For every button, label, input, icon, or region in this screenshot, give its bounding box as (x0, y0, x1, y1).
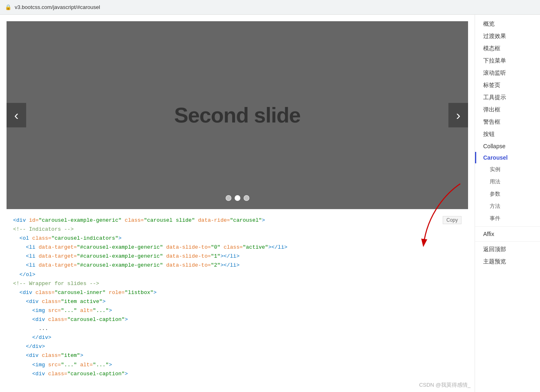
sidebar-divider-2 (475, 241, 540, 242)
sidebar-item-theme[interactable]: 主题预览 (475, 256, 540, 268)
csdn-watermark: CSDN @我莫得感情_ (419, 381, 471, 389)
carousel-wrapper: ‹ Second slide › (7, 21, 468, 209)
address-bar: 🔒 v3.bootcss.com/javascript/#carousel (0, 0, 540, 15)
carousel-slide-text: Second slide (174, 103, 300, 127)
sidebar-item-transition[interactable]: 过渡效果 (475, 30, 540, 42)
sidebar-item-dropdown[interactable]: 下拉菜单 (475, 55, 540, 67)
right-sidebar: 概览 过渡效果 模态框 下拉菜单 滚动监听 标签页 工具提示 弹出框 警告框 按… (475, 15, 540, 392)
sidebar-item-overview[interactable]: 概览 (475, 18, 540, 30)
sidebar-item-affix[interactable]: Affix (475, 228, 540, 240)
code-line-2: <!-- Indicators --> (13, 225, 462, 234)
code-line-19: <div class="carousel-caption"> (13, 370, 462, 379)
sidebar-item-carousel-events[interactable]: 事件 (475, 212, 540, 225)
code-lines: <div id="carousel-example-generic" class… (13, 216, 462, 379)
sidebar-item-carousel[interactable]: Carousel (475, 152, 540, 163)
code-line-7: </ol> (13, 270, 462, 279)
code-line-11: <div class="item active"> (13, 297, 462, 306)
carousel-next-button[interactable]: › (448, 103, 468, 127)
code-line-3: <ol class="carousel-indicators"> (13, 234, 462, 243)
main-content: ‹ Second slide › Copy <div id="carousel-… (0, 15, 475, 392)
code-line-1: <div id="carousel-example-generic" class… (13, 216, 462, 225)
code-line-16: </div> (13, 342, 462, 351)
sidebar-item-carousel-usage[interactable]: 用法 (475, 176, 540, 188)
sidebar-item-carousel-example[interactable]: 实例 (475, 163, 540, 176)
code-line-9: <!-- Wrapper for slides --> (13, 279, 462, 288)
code-line-4: <li data-target="#carousel-example-gener… (13, 243, 462, 252)
url-text: v3.bootcss.com/javascript/#carousel (15, 4, 100, 10)
code-block: Copy <div id="carousel-example-generic" … (7, 209, 468, 385)
sidebar-item-back-top[interactable]: 返回顶部 (475, 243, 540, 256)
carousel-dot-0[interactable] (226, 195, 231, 201)
sidebar-item-collapse[interactable]: Collapse (475, 140, 540, 152)
carousel-indicators (226, 195, 249, 201)
sidebar-item-tooltip[interactable]: 工具提示 (475, 91, 540, 104)
sidebar-divider (475, 226, 540, 227)
carousel-dot-1[interactable] (235, 195, 240, 201)
sidebar-item-popover[interactable]: 弹出框 (475, 104, 540, 116)
sidebar-item-carousel-params[interactable]: 参数 (475, 188, 540, 200)
code-line-13: <div class="carousel-caption"> (13, 315, 462, 324)
page-layout: ‹ Second slide › Copy <div id="carousel-… (0, 15, 540, 392)
carousel-prev-button[interactable]: ‹ (7, 103, 26, 127)
code-line-15: </div> (13, 333, 462, 342)
carousel-dot-2[interactable] (244, 195, 249, 201)
code-line-6: <li data-target="#carousel-example-gener… (13, 261, 462, 270)
sidebar-item-carousel-methods[interactable]: 方法 (475, 200, 540, 212)
code-line-14: ... (13, 324, 462, 333)
code-line-17: <div class="item"> (13, 351, 462, 360)
lock-icon: 🔒 (5, 4, 11, 10)
sidebar-item-button[interactable]: 按钮 (475, 128, 540, 140)
code-line-18: <img src="..." alt="..."> (13, 361, 462, 370)
sidebar-item-tab[interactable]: 标签页 (475, 79, 540, 91)
sidebar-item-scrollspy[interactable]: 滚动监听 (475, 67, 540, 79)
copy-button[interactable]: Copy (443, 216, 462, 224)
code-line-10: <div class="carousel-inner" role="listbo… (13, 288, 462, 297)
code-line-12: <img src="..." alt="..."> (13, 306, 462, 315)
sidebar-item-alert[interactable]: 警告框 (475, 116, 540, 128)
sidebar-item-modal[interactable]: 模态框 (475, 42, 540, 55)
code-line-5: <li data-target="#carousel-example-gener… (13, 252, 462, 261)
